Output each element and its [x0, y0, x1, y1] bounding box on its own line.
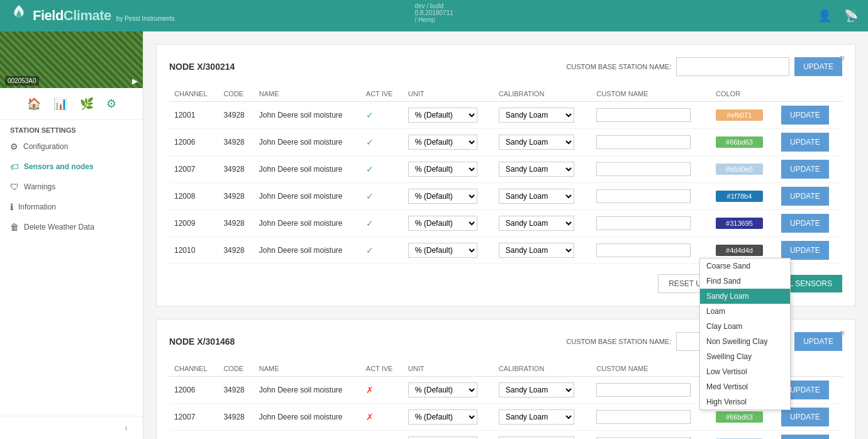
calibration-select[interactable]: Sandy Loam [499, 436, 574, 439]
cell-custom-name[interactable] [591, 210, 711, 237]
dropdown-item-coarse-sand[interactable]: Coarse Sand [700, 258, 790, 274]
unit-select[interactable]: % (Default) [408, 135, 477, 150]
custom-name-input[interactable] [596, 108, 691, 122]
row-update-button[interactable]: UPDATE [781, 160, 829, 179]
dropdown-item-non-swelling-clay[interactable]: Non Swelling Clay [700, 334, 790, 349]
sidebar-item-configuration[interactable]: ⚙ Configuration [0, 136, 143, 157]
dropdown-item-med-vertisol[interactable]: Med Vertisol [700, 379, 790, 394]
cell-calibration[interactable]: Sandy Loam [494, 183, 591, 210]
dropdown-item-clay-loam[interactable]: Clay Loam [700, 319, 790, 334]
unit-select[interactable]: % (Default) [408, 216, 477, 231]
cell-update[interactable]: UPDATE [776, 210, 842, 237]
cell-unit[interactable]: % (Default) [403, 431, 494, 440]
sidebar-item-warnings[interactable]: 🛡 Warnings [0, 177, 143, 197]
row-update-button[interactable]: UPDATE [781, 241, 829, 260]
sidebar-chart-icon[interactable]: 📊 [53, 97, 67, 111]
dropdown-item-swelling-clay[interactable]: Swelling Clay [700, 349, 790, 364]
unit-select[interactable]: % (Default) [408, 382, 477, 397]
cell-name: John Deere soil moisture [254, 404, 361, 431]
help-icon-1[interactable]: ? [839, 55, 845, 66]
calibration-select[interactable]: Sandy Loam [499, 135, 574, 150]
custom-name-input[interactable] [596, 162, 691, 176]
sidebar-item-label-sensors: Sensors and nodes [24, 162, 94, 171]
unit-select[interactable]: % (Default) [408, 189, 477, 204]
cell-unit[interactable]: % (Default) [403, 377, 494, 404]
calibration-select[interactable]: Sandy Loam [499, 108, 574, 123]
sidebar-home-icon[interactable]: 🏠 [27, 97, 41, 111]
help-icon-2[interactable]: ? [839, 330, 845, 341]
calibration-select[interactable]: Sandy Loam [499, 189, 574, 204]
sidebar-item-sensors-and-nodes[interactable]: 🏷 Sensors and nodes [0, 157, 143, 177]
cell-update[interactable]: UPDATE [776, 431, 842, 440]
custom-name-input[interactable] [596, 383, 691, 397]
cell-calibration[interactable]: Sandy Loam [494, 237, 591, 264]
cell-update[interactable]: UPDATE [776, 156, 842, 183]
custom-name-input[interactable] [596, 243, 691, 257]
cell-unit[interactable]: % (Default) [403, 156, 494, 183]
sidebar-item-delete-weather[interactable]: 🗑 Delete Weather Data [0, 217, 143, 237]
node2-update-button[interactable]: UPDATE [794, 332, 842, 351]
cell-calibration[interactable]: Sandy Loam [494, 431, 591, 440]
cell-unit[interactable]: % (Default) [403, 102, 494, 129]
node1-update-button[interactable]: UPDATE [794, 57, 842, 76]
calibration-select[interactable]: Sandy Loam [499, 243, 574, 258]
node1-custom-name-input[interactable] [676, 57, 789, 76]
dropdown-item-high-verisol[interactable]: High Verisol [700, 394, 790, 409]
cell-calibration[interactable]: Sandy Loam [494, 102, 591, 129]
unit-select[interactable]: % (Default) [408, 436, 477, 439]
row-update-button[interactable]: UPDATE [781, 133, 829, 152]
tag-icon: 🏷 [10, 162, 19, 172]
row-update-button[interactable]: UPDATE [781, 214, 829, 233]
unit-select[interactable]: % (Default) [408, 243, 477, 258]
row-update-button[interactable]: UPDATE [781, 106, 829, 125]
cell-calibration[interactable]: Sandy Loam [494, 210, 591, 237]
cell-unit[interactable]: % (Default) [403, 183, 494, 210]
sidebar-gear-icon[interactable]: ⚙ [106, 97, 116, 111]
cell-update[interactable]: UPDATE [776, 183, 842, 210]
active-check-icon: ✓ [366, 164, 374, 174]
dropdown-item-low-vertisol[interactable]: Low Vertisol [700, 364, 790, 379]
custom-name-input[interactable] [596, 216, 691, 230]
cell-unit[interactable]: % (Default) [403, 210, 494, 237]
cell-calibration[interactable]: Sandy Loam [494, 404, 591, 431]
cell-custom-name[interactable] [591, 431, 711, 440]
cell-custom-name[interactable] [591, 129, 711, 156]
sidebar-item-information[interactable]: ℹ Information [0, 197, 143, 217]
cell-calibration[interactable]: Sandy Loam [494, 377, 591, 404]
dropdown-item-find-sand[interactable]: Find Sand [700, 274, 790, 289]
calibration-select[interactable]: Sandy Loam [499, 382, 574, 397]
calibration-select[interactable]: Sandy Loam [499, 409, 574, 425]
custom-name-input[interactable] [596, 189, 691, 203]
cell-update[interactable]: UPDATE [776, 129, 842, 156]
wifi-icon[interactable]: 📡 [844, 9, 858, 23]
cell-custom-name[interactable] [591, 183, 711, 210]
unit-select[interactable]: % (Default) [408, 409, 477, 425]
calibration-dropdown[interactable]: Coarse Sand Find Sand Sandy Loam Loam Cl… [699, 258, 791, 410]
row-update-button[interactable]: UPDATE [781, 408, 829, 426]
cell-unit[interactable]: % (Default) [403, 404, 494, 431]
cell-unit[interactable]: % (Default) [403, 129, 494, 156]
unit-select[interactable]: % (Default) [408, 162, 477, 177]
sidebar-collapse-button[interactable]: ‹ [120, 416, 133, 439]
cell-custom-name[interactable] [591, 156, 711, 183]
sidebar-leaf-icon[interactable]: 🌿 [80, 97, 94, 111]
cell-calibration[interactable]: Sandy Loam [494, 129, 591, 156]
custom-name-input[interactable] [596, 135, 691, 149]
cell-custom-name[interactable] [591, 237, 711, 264]
dropdown-item-sandy-loam[interactable]: Sandy Loam [700, 289, 790, 304]
cell-custom-name[interactable] [591, 404, 711, 431]
dropdown-item-loam[interactable]: Loam [700, 304, 790, 319]
cell-custom-name[interactable] [591, 102, 711, 129]
row-update-button[interactable]: UPDATE [781, 187, 829, 206]
custom-name-input[interactable] [596, 410, 691, 424]
calibration-select[interactable]: Sandy Loam [499, 162, 574, 177]
unit-select[interactable]: % (Default) [408, 108, 477, 123]
cell-calibration[interactable]: Sandy Loam [494, 156, 591, 183]
table-row: 12009 34928 John Deere soil moisture ✓ %… [169, 210, 842, 237]
user-icon[interactable]: 👤 [818, 9, 832, 23]
cell-update[interactable]: UPDATE [776, 102, 842, 129]
cell-custom-name[interactable] [591, 377, 711, 404]
row-update-button[interactable]: UPDATE [781, 435, 829, 439]
cell-unit[interactable]: % (Default) [403, 237, 494, 264]
calibration-select[interactable]: Sandy Loam [499, 216, 574, 231]
